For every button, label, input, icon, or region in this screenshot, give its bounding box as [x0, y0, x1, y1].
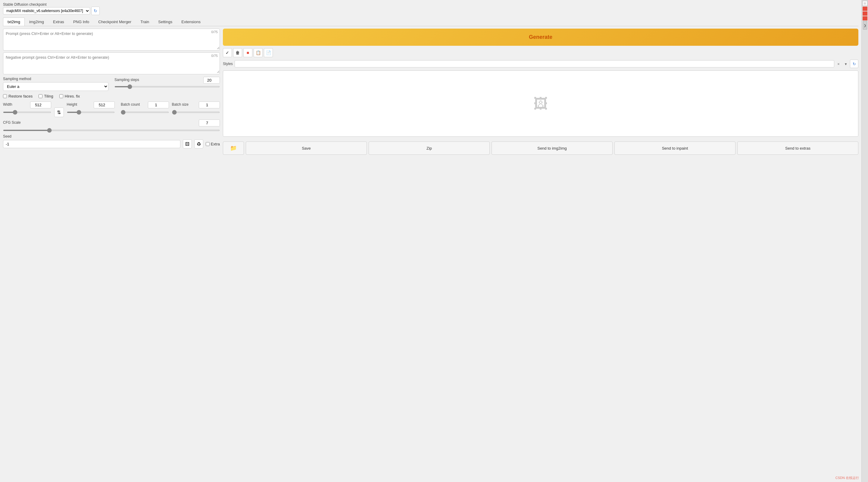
dice-icon: ⚄ — [185, 141, 189, 147]
batch-size-input[interactable] — [199, 101, 220, 108]
document-button[interactable]: 📄 — [264, 48, 273, 57]
styles-dropdown-button[interactable]: ▾ — [843, 61, 849, 67]
sidebar-collapse-button[interactable]: ❯ — [863, 21, 867, 30]
sampling-steps-input[interactable] — [203, 77, 220, 84]
tiling-input[interactable] — [38, 94, 42, 98]
red-icon-button[interactable]: ■ — [243, 48, 252, 57]
sampling-method-label: Sampling method — [3, 77, 108, 81]
cfg-scale-label: CFG Scale — [3, 121, 21, 125]
seed-label: Seed — [3, 134, 220, 138]
watermark: CSDN 在线运行 — [835, 476, 859, 480]
seed-recycle-button[interactable]: ♻ — [194, 139, 203, 149]
swap-dimensions-button[interactable]: ⇅ — [54, 107, 64, 117]
image-placeholder-icon: 🖼 — [533, 95, 548, 112]
trash-icon: 🗑 — [236, 50, 240, 55]
width-input[interactable] — [30, 101, 51, 108]
width-slider[interactable] — [3, 112, 51, 113]
tab-settings[interactable]: Settings — [154, 18, 177, 26]
tiling-checkbox[interactable]: Tiling — [38, 94, 53, 98]
negative-prompt-input[interactable] — [3, 53, 220, 73]
sampling-steps-label: Sampling steps — [115, 78, 139, 82]
tabs-row: txt2img img2img Extras PNG Info Checkpoi… — [3, 18, 858, 26]
tab-img2img[interactable]: img2img — [25, 18, 49, 26]
restore-faces-label: Restore faces — [8, 94, 33, 98]
folder-icon: 📁 — [230, 145, 237, 152]
save-button[interactable]: Save — [246, 141, 367, 155]
tab-extras[interactable]: Extras — [49, 18, 69, 26]
batch-count-slider[interactable] — [121, 112, 169, 113]
sampling-method-select[interactable]: Euler a — [3, 82, 108, 91]
checkpoint-select[interactable]: majicMIX realistic_v6.safetensors [e4a30… — [3, 7, 90, 14]
swap-icon: ⇅ — [57, 109, 61, 115]
prompt-wrapper: 0/75 — [3, 29, 220, 51]
height-slider[interactable] — [67, 112, 115, 113]
seed-extra-checkbox[interactable]: Extra — [206, 142, 220, 146]
tab-txt2img[interactable]: txt2img — [3, 18, 25, 26]
open-folder-button[interactable]: 📁 — [223, 141, 244, 155]
right-sidebar: □ ❯ — [861, 0, 868, 482]
batch-size-label: Batch size — [172, 102, 189, 106]
sidebar-red-3[interactable] — [863, 16, 867, 21]
seed-dice-button[interactable]: ⚄ — [183, 139, 192, 149]
send-to-img2img-button[interactable]: Send to img2img — [492, 141, 613, 155]
tab-extensions[interactable]: Extensions — [177, 18, 205, 26]
styles-refresh-button[interactable]: ↻ — [850, 60, 858, 68]
cfg-scale-input[interactable] — [199, 120, 220, 126]
image-display: 🖼 — [223, 70, 858, 137]
batch-count-input[interactable] — [148, 101, 169, 108]
sidebar-red-2[interactable] — [863, 11, 867, 15]
send-to-inpaint-button[interactable]: Send to inpaint — [614, 141, 736, 155]
restore-faces-checkbox[interactable]: Restore faces — [3, 94, 33, 98]
hires-fix-input[interactable] — [59, 94, 63, 98]
height-input[interactable] — [94, 101, 115, 108]
red-icon: ■ — [247, 50, 249, 55]
tiling-label: Tiling — [44, 94, 53, 98]
seed-extra-label: Extra — [211, 142, 220, 146]
refresh-icon: ↻ — [94, 8, 97, 13]
hires-fix-checkbox[interactable]: Hires. fix — [59, 94, 80, 98]
seed-input[interactable] — [3, 140, 180, 148]
send-to-extras-button[interactable]: Send to extras — [737, 141, 858, 155]
recycle-icon: ♻ — [197, 141, 201, 147]
sidebar-top-button[interactable]: □ — [862, 1, 868, 6]
trash-button[interactable]: 🗑 — [233, 48, 242, 57]
cfg-scale-slider[interactable] — [3, 130, 220, 131]
apply-styles-button[interactable]: ✓ — [223, 48, 232, 57]
styles-input[interactable] — [235, 60, 834, 67]
batch-size-slider[interactable] — [172, 112, 220, 113]
clipboard-button[interactable]: 📋 — [254, 48, 262, 57]
tab-checkpoint-merger[interactable]: Checkpoint Merger — [94, 18, 136, 26]
sampling-steps-slider[interactable] — [115, 86, 220, 87]
tab-png-info[interactable]: PNG Info — [69, 18, 94, 26]
prompt-input[interactable] — [3, 29, 220, 50]
clipboard-icon: 📋 — [256, 50, 261, 55]
negative-prompt-counter: 0/75 — [211, 54, 218, 58]
width-label: Width — [3, 102, 12, 106]
output-actions: 📁 Save Zip Send to img2img Send to inpai… — [223, 141, 858, 155]
styles-refresh-icon: ↻ — [852, 62, 856, 66]
tab-train[interactable]: Train — [136, 18, 154, 26]
checkpoint-label: Stable Diffusion checkpoint — [3, 2, 100, 7]
hires-fix-label: Hires. fix — [65, 94, 80, 98]
generate-button[interactable]: Generate — [223, 29, 858, 46]
zip-button[interactable]: Zip — [369, 141, 490, 155]
checkpoint-refresh-button[interactable]: ↻ — [91, 7, 100, 15]
height-label: Height — [67, 102, 78, 106]
negative-prompt-wrapper: 0/75 — [3, 53, 220, 74]
seed-extra-input[interactable] — [206, 142, 210, 146]
styles-clear-button[interactable]: × — [835, 61, 841, 67]
batch-count-label: Batch count — [121, 102, 140, 106]
check-icon: ✓ — [225, 50, 229, 55]
restore-faces-input[interactable] — [3, 94, 7, 98]
document-icon: 📄 — [266, 50, 271, 55]
styles-label: Styles — [223, 62, 233, 66]
sidebar-red-1[interactable] — [863, 7, 867, 11]
prompt-counter: 0/75 — [211, 30, 218, 34]
